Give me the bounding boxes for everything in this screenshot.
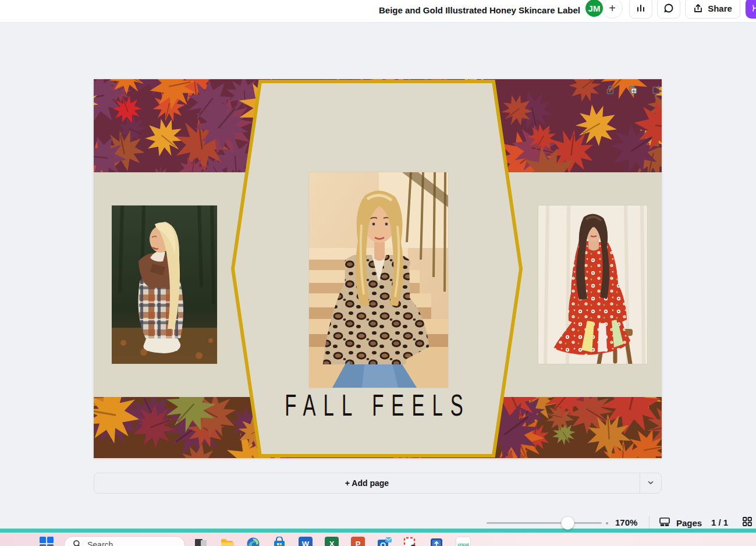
zoom-slider-thumb[interactable] bbox=[561, 516, 574, 530]
chevron-down-icon bbox=[647, 478, 654, 488]
excel-icon[interactable]: X bbox=[325, 537, 339, 546]
canva-assistant-button[interactable] bbox=[746, 0, 756, 19]
magic-arrow-icon bbox=[751, 3, 756, 13]
zoom-slider-track[interactable] bbox=[487, 522, 602, 524]
word-icon[interactable]: W bbox=[299, 537, 313, 546]
grid-view-button[interactable] bbox=[741, 516, 753, 530]
file-explorer-icon[interactable] bbox=[220, 537, 234, 546]
add-page-button[interactable]: + Add page bbox=[94, 473, 640, 493]
add-page-bar: + Add page bbox=[94, 473, 662, 494]
pages-label: Pages bbox=[676, 518, 702, 528]
document-title[interactable]: Beige and Gold Illustrated Honey Skincar… bbox=[379, 2, 580, 19]
share-label: Share bbox=[708, 3, 732, 13]
status-bar: 170% Pages 1 / 1 bbox=[0, 509, 756, 538]
search-icon bbox=[73, 540, 81, 546]
svg-text:O: O bbox=[380, 541, 386, 546]
cricut-icon[interactable]: cricut bbox=[456, 537, 471, 546]
photo-plaid-shacket[interactable] bbox=[112, 205, 217, 364]
search-placeholder: Search bbox=[87, 540, 113, 546]
powerpoint-icon[interactable]: P bbox=[351, 537, 365, 546]
duplicate-page-icon[interactable] bbox=[627, 83, 639, 96]
photo-leopard-blouse[interactable] bbox=[309, 172, 448, 388]
statusbar-divider bbox=[649, 516, 649, 529]
grid-view-icon bbox=[741, 519, 753, 529]
microsoft-store-icon[interactable] bbox=[272, 537, 286, 546]
bar-chart-icon bbox=[636, 3, 646, 13]
snipping-tool-icon[interactable] bbox=[403, 537, 417, 546]
task-view-icon[interactable] bbox=[194, 537, 208, 546]
design-title-text[interactable]: FALL FEELS bbox=[94, 389, 662, 423]
page-indicator: 1 / 1 bbox=[711, 517, 728, 527]
comment-bubble-icon bbox=[663, 3, 674, 13]
avatar[interactable]: JM bbox=[584, 0, 604, 18]
zoom-slider-end-dot bbox=[606, 522, 608, 524]
photo-red-floral-dress[interactable] bbox=[538, 205, 647, 364]
add-page-dropdown[interactable] bbox=[640, 473, 661, 493]
plus-icon: + bbox=[609, 2, 616, 15]
edge-icon[interactable] bbox=[246, 537, 260, 546]
page-toolbar bbox=[604, 83, 662, 98]
editor-workspace: FALL FEELS + Add page 170% Page bbox=[0, 22, 756, 529]
zoom-level[interactable]: 170% bbox=[615, 517, 637, 527]
screen-cast-icon[interactable] bbox=[430, 537, 443, 546]
taskbar-icons: W X P O cricut bbox=[194, 537, 471, 546]
insights-button[interactable] bbox=[629, 0, 652, 19]
pages-icon bbox=[658, 515, 671, 530]
outlook-icon[interactable]: O bbox=[377, 537, 391, 546]
lock-icon[interactable] bbox=[604, 83, 616, 96]
add-page-icon[interactable] bbox=[650, 83, 662, 96]
top-bar: Beige and Gold Illustrated Honey Skincar… bbox=[0, 0, 756, 23]
design-page[interactable]: FALL FEELS bbox=[94, 79, 662, 458]
comments-button[interactable] bbox=[657, 0, 680, 19]
share-upload-icon bbox=[693, 3, 703, 13]
invite-member-button[interactable]: + bbox=[602, 0, 623, 19]
start-button[interactable] bbox=[40, 537, 54, 546]
pages-toggle[interactable]: Pages bbox=[658, 515, 702, 530]
share-button[interactable]: Share bbox=[685, 0, 740, 19]
